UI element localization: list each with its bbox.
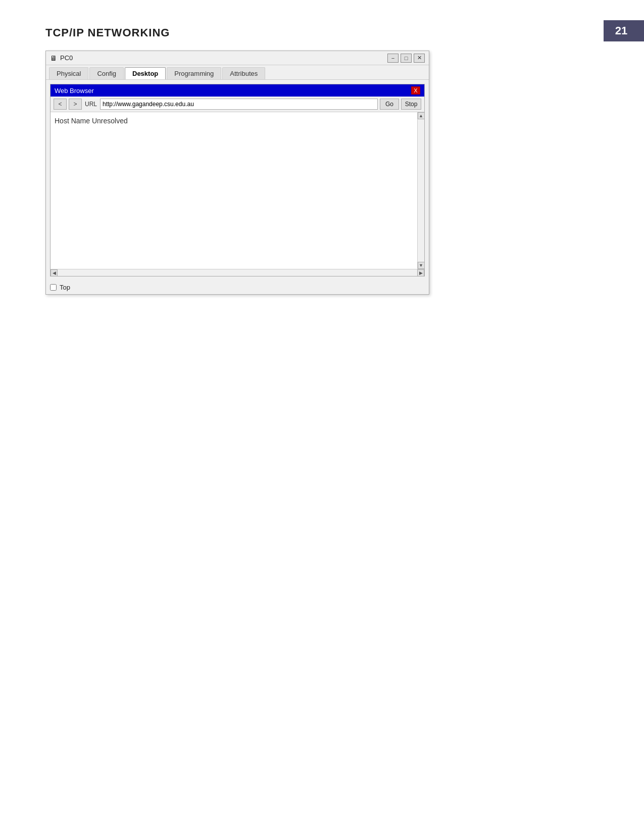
scroll-left-arrow[interactable]: ◀ (51, 269, 58, 276)
window-icon: 🖥 (50, 54, 57, 62)
browser-content-area: Host Name Unresolved (51, 112, 424, 269)
window-footer: Top (46, 281, 429, 294)
browser-title-bar: Web Browser X (51, 84, 424, 97)
page-title: TCP/IP NETWORKING (45, 26, 170, 39)
url-label: URL (85, 101, 97, 108)
tab-config[interactable]: Config (89, 67, 124, 79)
title-bar-left: 🖥 PC0 (50, 54, 73, 62)
scroll-track-h (58, 269, 417, 276)
window-title-bar: 🖥 PC0 − □ ✕ (46, 51, 429, 65)
url-input[interactable] (100, 99, 378, 110)
window-controls: − □ ✕ (387, 54, 425, 63)
tab-programming[interactable]: Programming (167, 67, 221, 79)
scroll-right-arrow[interactable]: ▶ (417, 269, 424, 276)
browser-toolbar: < > URL Go Stop (51, 97, 424, 112)
horizontal-scrollbar[interactable]: ◀ ▶ (51, 269, 424, 276)
tab-content-area: Web Browser X < > URL Go Stop Host Name … (46, 80, 429, 281)
web-browser-panel: Web Browser X < > URL Go Stop Host Name … (50, 84, 425, 276)
maximize-button[interactable]: □ (401, 54, 412, 63)
browser-title-text: Web Browser (55, 87, 94, 95)
tab-attributes[interactable]: Attributes (222, 67, 265, 79)
go-button[interactable]: Go (380, 99, 399, 110)
vertical-scrollbar[interactable]: ▲ ▼ (417, 112, 424, 269)
browser-back-button[interactable]: < (54, 99, 67, 110)
window-title-text: PC0 (60, 54, 73, 62)
window-close-button[interactable]: ✕ (414, 54, 425, 63)
page-number-badge: 21 (604, 20, 644, 41)
tab-physical[interactable]: Physical (49, 67, 88, 79)
top-checkbox-label: Top (60, 284, 70, 291)
tab-desktop[interactable]: Desktop (125, 67, 166, 79)
minimize-button[interactable]: − (387, 54, 399, 63)
browser-content-text: Host Name Unresolved (55, 117, 128, 125)
top-checkbox[interactable] (50, 284, 57, 291)
scroll-up-arrow[interactable]: ▲ (418, 112, 425, 119)
pc0-window: 🖥 PC0 − □ ✕ Physical Config Desktop Prog… (45, 51, 429, 295)
browser-close-button[interactable]: X (411, 86, 420, 95)
scroll-down-arrow[interactable]: ▼ (418, 262, 425, 269)
tabs-row: Physical Config Desktop Programming Attr… (46, 65, 429, 80)
browser-forward-button[interactable]: > (69, 99, 82, 110)
browser-viewport: Host Name Unresolved ▲ ▼ (51, 112, 424, 269)
stop-button[interactable]: Stop (401, 99, 421, 110)
